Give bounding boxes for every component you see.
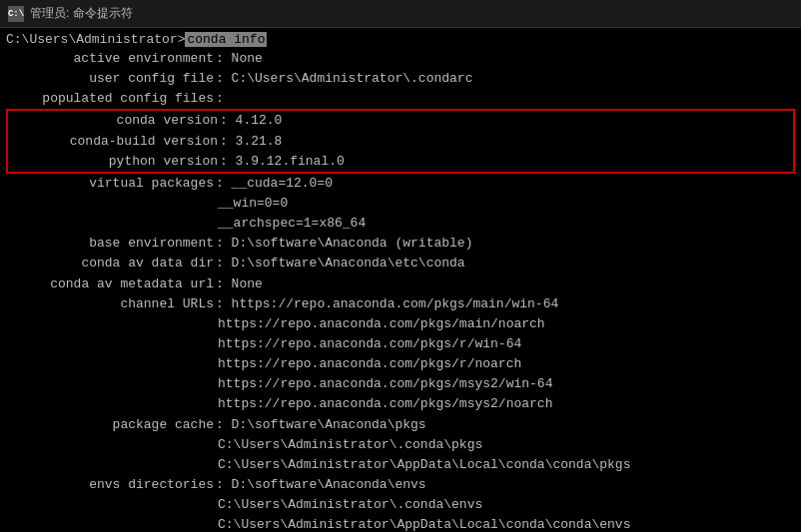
window-title: 管理员: 命令提示符 — [30, 5, 133, 22]
info-label: conda version — [10, 111, 220, 131]
terminal-body: C:\Users\Administrator>conda info active… — [0, 28, 801, 532]
info-label: user config file — [6, 69, 216, 89]
info-value: : D:\software\Anaconda\envs — [216, 475, 426, 495]
command-text: conda info — [185, 32, 267, 47]
info-label: conda av data dir — [6, 254, 216, 273]
info-value: : D:\software\Anaconda (writable) — [216, 234, 472, 254]
info-line: channel URLs: https://repo.anaconda.com/… — [6, 294, 795, 314]
info-label: conda av metadata url — [6, 274, 216, 294]
info-value: : D:\software\Anaconda\pkgs — [216, 415, 426, 435]
info-line: conda version: 4.12.0 — [10, 111, 791, 131]
info-label: python version — [10, 152, 220, 172]
info-value: : C:\Users\Administrator\.condarc — [216, 69, 472, 89]
info-block: active environment: Noneuser config file… — [6, 49, 795, 532]
info-value: : 4.12.0 — [220, 111, 282, 131]
info-label: virtual packages — [6, 174, 216, 194]
info-continuation: https://repo.anaconda.com/pkgs/r/win-64 — [6, 334, 795, 354]
info-continuation: https://repo.anaconda.com/pkgs/msys2/noa… — [6, 394, 795, 414]
info-continuation: C:\Users\Administrator\AppData\Local\con… — [6, 455, 795, 475]
prompt-line: C:\Users\Administrator>conda info — [6, 32, 795, 47]
info-continuation: __win=0=0 — [6, 194, 795, 214]
info-value: : https://repo.anaconda.com/pkgs/main/wi… — [216, 294, 558, 314]
info-continuation: __archspec=1=x86_64 — [6, 214, 795, 234]
title-bar: C:\ 管理员: 命令提示符 — [0, 0, 801, 28]
info-value: : None — [216, 274, 263, 294]
info-value: : D:\software\Anaconda\etc\conda — [216, 254, 465, 273]
info-continuation: https://repo.anaconda.com/pkgs/main/noar… — [6, 314, 795, 334]
info-value: : — [216, 89, 224, 109]
info-line: conda av metadata url: None — [6, 274, 795, 294]
info-line: populated config files: — [6, 89, 795, 109]
info-continuation: C:\Users\Administrator\.conda\pkgs — [6, 435, 795, 455]
info-label: envs directories — [6, 475, 216, 495]
info-line: base environment: D:\software\Anaconda (… — [6, 234, 795, 254]
info-label: channel URLs — [6, 294, 216, 314]
info-label: base environment — [6, 234, 216, 254]
info-value: : 3.21.8 — [220, 132, 282, 152]
prompt: C:\Users\Administrator> — [6, 32, 185, 47]
info-label: populated config files — [6, 89, 216, 109]
info-line: user config file: C:\Users\Administrator… — [6, 69, 795, 89]
version-highlight-box: conda version: 4.12.0conda-build version… — [6, 109, 795, 173]
info-label: active environment — [6, 49, 216, 69]
info-continuation: C:\Users\Administrator\AppData\Local\con… — [6, 515, 795, 532]
info-line: virtual packages: __cuda=12.0=0 — [6, 174, 795, 194]
info-line: active environment: None — [6, 49, 795, 69]
info-continuation: https://repo.anaconda.com/pkgs/r/noarch — [6, 354, 795, 374]
info-line: envs directories: D:\software\Anaconda\e… — [6, 475, 795, 495]
info-value: : 3.9.12.final.0 — [220, 152, 345, 172]
info-label: conda-build version — [10, 132, 220, 152]
info-value: : __cuda=12.0=0 — [216, 174, 333, 194]
info-continuation: C:\Users\Administrator\.conda\envs — [6, 495, 795, 515]
window-icon: C:\ — [8, 6, 24, 22]
info-line: conda av data dir: D:\software\Anaconda\… — [6, 254, 795, 273]
info-continuation: https://repo.anaconda.com/pkgs/msys2/win… — [6, 374, 795, 394]
info-value: : None — [216, 49, 263, 69]
info-line: conda-build version: 3.21.8 — [10, 132, 791, 152]
info-line: package cache: D:\software\Anaconda\pkgs — [6, 415, 795, 435]
info-line: python version: 3.9.12.final.0 — [10, 152, 791, 172]
info-label: package cache — [6, 415, 216, 435]
